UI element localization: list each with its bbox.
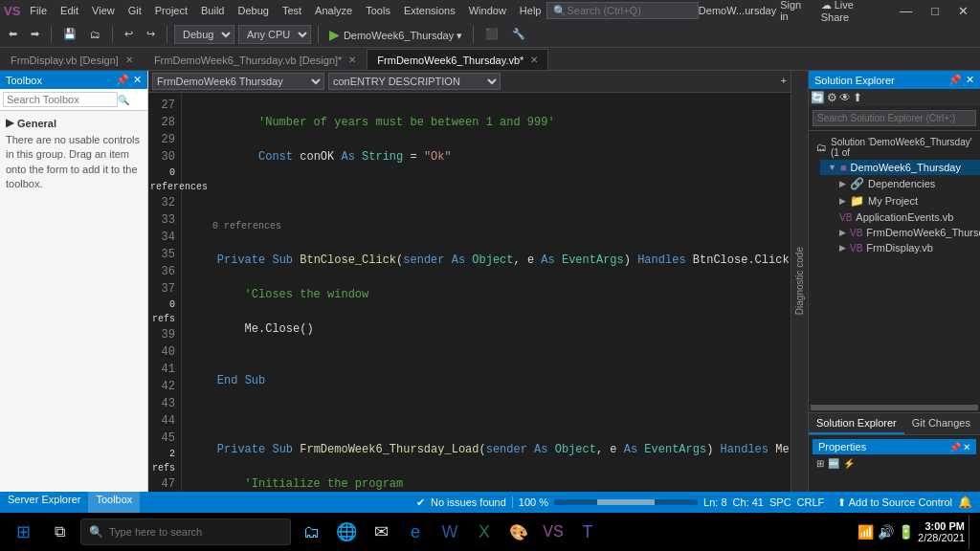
title-search-input[interactable] — [567, 5, 691, 16]
toolbar-save[interactable]: 💾 — [58, 25, 81, 43]
bottom-tab-toolbox[interactable]: Toolbox — [88, 492, 140, 513]
prop-sort-icon[interactable]: 🔤 — [828, 458, 839, 469]
tree-item-label2: My Project — [868, 195, 918, 207]
diagnostic-panel[interactable]: Diagnostic code — [791, 71, 808, 492]
se-toolbar-props[interactable]: ⚙ — [827, 91, 837, 104]
toolbox-group-general[interactable]: ▶ General — [6, 117, 142, 129]
method-dropdown[interactable]: conENTRY DESCRIPTION — [328, 73, 501, 90]
toolbox-search-area[interactable]: 🔍 — [0, 89, 147, 111]
tab-frmdisplay-design[interactable]: FrmDisplay.vb [Design] ✕ — [0, 49, 144, 70]
tree-myproject[interactable]: ▶ 📁 My Project — [832, 192, 980, 209]
tab-close[interactable]: ✕ — [348, 55, 356, 65]
taskbar-paint[interactable]: 🎨 — [501, 515, 536, 549]
prop-toolbar: ⊞ 🔤 ⚡ — [813, 454, 976, 473]
se-tree: 🗂 Solution 'DemoWeek6_Thursday' (1 of ▼ … — [809, 131, 980, 403]
se-search-input[interactable] — [813, 110, 976, 126]
taskbar-search-input[interactable] — [109, 526, 262, 538]
menu-project[interactable]: Project — [149, 3, 193, 18]
toolbox-search-input[interactable] — [3, 92, 118, 107]
menu-analyze[interactable]: Analyze — [309, 3, 358, 18]
se-toolbar-show-all[interactable]: 👁 — [839, 91, 851, 104]
maximize-button[interactable]: □ — [924, 2, 947, 20]
menu-debug[interactable]: Debug — [232, 3, 274, 18]
prop-pin[interactable]: 📌 — [949, 442, 961, 452]
class-dropdown[interactable]: FrmDemoWeek6 Thursday — [152, 73, 324, 90]
tab-git-changes[interactable]: Git Changes — [904, 413, 978, 434]
editor-nav-icon[interactable]: + — [780, 76, 787, 87]
taskview-button[interactable]: ⧉ — [42, 515, 77, 549]
se-close[interactable]: ✕ — [966, 74, 974, 86]
taskbar-cortana[interactable]: 🌐 — [329, 515, 364, 549]
taskbar-teams[interactable]: T — [570, 515, 605, 549]
toolbar-undo[interactable]: ↩ — [120, 25, 138, 43]
taskbar-edge[interactable]: e — [398, 515, 433, 549]
menu-help[interactable]: Help — [514, 3, 547, 18]
code-editor[interactable]: FrmDemoWeek6 Thursday conENTRY DESCRIPTI… — [148, 71, 791, 492]
minimize-button[interactable]: — — [892, 2, 920, 20]
tree-dependencies[interactable]: ▶ 🔗 Dependencies — [832, 175, 980, 192]
clock-time: 3:00 PM — [918, 520, 965, 532]
code-lines[interactable]: 'Number of years must be between 1 and 9… — [182, 93, 791, 492]
toolbox-pin[interactable]: 📌 — [116, 74, 129, 86]
live-share-btn[interactable]: ☁ Live Share — [815, 0, 888, 25]
platform-select[interactable]: Any CPU — [238, 25, 311, 44]
toolbar-tools[interactable]: 🔧 — [507, 25, 530, 43]
show-desktop[interactable] — [969, 515, 972, 549]
menu-git[interactable]: Git — [122, 3, 147, 18]
close-button[interactable]: ✕ — [950, 2, 976, 20]
tree-solution[interactable]: 🗂 Solution 'DemoWeek6_Thursday' (1 of — [809, 135, 980, 160]
menu-view[interactable]: View — [86, 3, 121, 18]
title-bar: VS File Edit View Git Project Build Debu… — [0, 0, 980, 21]
se-search-area[interactable] — [809, 106, 980, 131]
tab-frmdemoweek6-design[interactable]: FrmDemoWeek6_Thursday.vb [Design]* ✕ — [144, 49, 367, 70]
volume-icon[interactable]: 🔊 — [878, 524, 894, 540]
taskbar-word[interactable]: W — [433, 515, 467, 549]
toolbar-save-all[interactable]: 🗂 — [85, 26, 105, 43]
diagnostic-label[interactable]: Diagnostic code — [794, 247, 805, 315]
toolbar-breakpoint[interactable]: ⬛ — [480, 25, 503, 43]
taskbar-search[interactable]: 🔍 — [80, 518, 291, 545]
menu-tools[interactable]: Tools — [360, 3, 396, 18]
tree-item-label4: FrmDemoWeek6_Thursday.vb — [866, 227, 980, 238]
toolbar-redo[interactable]: ↪ — [142, 25, 160, 43]
debug-mode-select[interactable]: Debug — [174, 25, 234, 44]
menu-file[interactable]: File — [24, 3, 53, 18]
notification-icon[interactable]: 🔔 — [958, 496, 972, 509]
tree-frmdisplay[interactable]: ▶ VB FrmDisplay.vb — [832, 240, 980, 255]
tree-appevents[interactable]: VB ApplicationEvents.vb — [832, 209, 980, 225]
tree-project[interactable]: ▼ ■ DemoWeek6_Thursday — [820, 160, 980, 175]
prop-close[interactable]: ✕ — [963, 442, 970, 452]
taskbar-excel[interactable]: X — [467, 515, 501, 549]
toolbar-back[interactable]: ⬅ — [4, 25, 22, 43]
signin-link[interactable]: Sign in — [780, 0, 812, 22]
se-scrollbar[interactable] — [811, 405, 978, 410]
prop-grid-icon[interactable]: ⊞ — [816, 458, 824, 469]
tab-close[interactable]: ✕ — [530, 55, 538, 65]
taskbar-explorer[interactable]: 🗂 — [295, 515, 329, 549]
tab-close[interactable]: ✕ — [125, 55, 133, 65]
menu-test[interactable]: Test — [277, 3, 307, 18]
bottom-tab-server[interactable]: Server Explorer — [0, 492, 88, 513]
se-pin[interactable]: 📌 — [948, 74, 962, 86]
tree-frmdemo[interactable]: ▶ VB FrmDemoWeek6_Thursday.vb — [832, 225, 980, 240]
taskbar-mail[interactable]: ✉ — [364, 515, 398, 549]
taskbar-vs[interactable]: VS — [536, 515, 570, 549]
menu-window[interactable]: Window — [463, 3, 512, 18]
battery-icon[interactable]: 🔋 — [898, 524, 914, 540]
start-button[interactable]: ⊞ — [4, 513, 42, 551]
se-toolbar-sync[interactable]: 🔄 — [811, 91, 825, 104]
menu-extensions[interactable]: Extensions — [398, 3, 461, 18]
run-button[interactable]: ▶ DemoWeek6_Thursday ▾ — [325, 27, 466, 42]
network-icon[interactable]: 📶 — [858, 524, 874, 540]
tab-frmdemoweek6-vb[interactable]: FrmDemoWeek6_Thursday.vb* ✕ — [367, 49, 548, 70]
se-toolbar-collapse[interactable]: ⬆ — [853, 91, 862, 104]
clock[interactable]: 3:00 PM 2/28/2021 — [918, 520, 965, 543]
add-source-control[interactable]: ⬆ Add to Source Control — [837, 496, 952, 509]
prop-events-icon[interactable]: ⚡ — [843, 458, 855, 469]
toolbox-close[interactable]: ✕ — [133, 74, 142, 86]
tab-solution-explorer[interactable]: Solution Explorer — [809, 413, 904, 434]
toolbar-fwd[interactable]: ➡ — [26, 25, 44, 43]
title-search-box[interactable]: 🔍 — [546, 2, 698, 19]
menu-build[interactable]: Build — [195, 3, 230, 18]
menu-edit[interactable]: Edit — [55, 3, 84, 18]
